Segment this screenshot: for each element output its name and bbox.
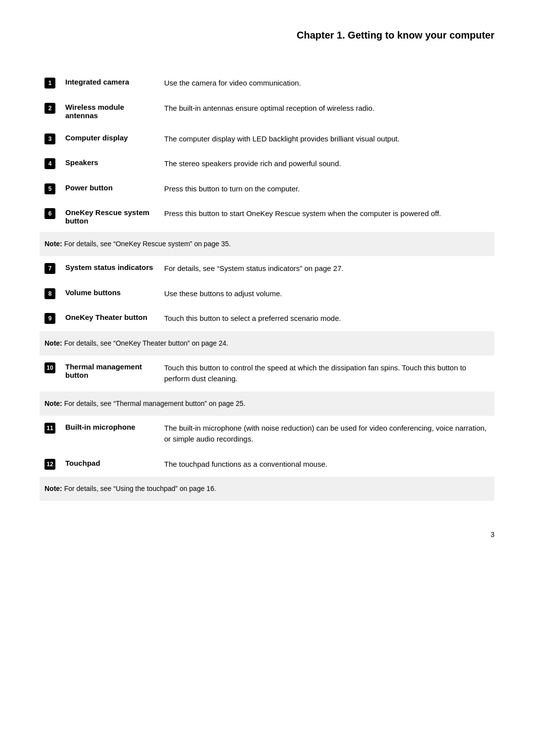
note-row: Note: For details, see “Using the touchp… <box>40 477 494 501</box>
term-cell: System status indicators <box>60 256 159 281</box>
badge-cell: 7 <box>40 256 60 281</box>
table-row: 7System status indicatorsFor details, se… <box>40 256 494 281</box>
table-row: 8Volume buttonsUse these buttons to adju… <box>40 281 494 307</box>
badge-cell: 10 <box>40 356 60 392</box>
badge-cell: 4 <box>40 151 60 177</box>
badge-cell: 6 <box>40 201 60 232</box>
item-number-badge: 12 <box>44 459 55 470</box>
table-row: 9OneKey Theater buttonTouch this button … <box>40 306 494 331</box>
page-header: Chapter 1. Getting to know your computer <box>40 30 494 41</box>
badge-cell: 1 <box>40 71 60 96</box>
note-cell: Note: For details, see “Using the touchp… <box>40 477 494 501</box>
badge-cell: 5 <box>40 177 60 202</box>
chapter-title: Chapter 1. Getting to know your computer <box>40 30 494 41</box>
description-cell: The built-in microphone (with noise redu… <box>159 416 494 452</box>
description-cell: For details, see “System status indicato… <box>159 256 494 281</box>
item-number-badge: 11 <box>44 423 55 434</box>
note-row: Note: For details, see “Thermal manageme… <box>40 392 494 416</box>
content-table: 1Integrated cameraUse the camera for vid… <box>40 71 494 501</box>
description-cell: The built-in antennas ensure optimal rec… <box>159 96 494 127</box>
description-cell: Use the camera for video communication. <box>159 71 494 96</box>
item-number-badge: 4 <box>44 158 55 169</box>
table-row: 11Built-in microphoneThe built-in microp… <box>40 416 494 452</box>
description-cell: Touch this button to select a preferred … <box>159 306 494 331</box>
description-cell: The computer display with LED backlight … <box>159 127 494 152</box>
term-cell: OneKey Theater button <box>60 306 159 331</box>
item-number-badge: 1 <box>44 78 55 89</box>
table-row: 6OneKey Rescue system buttonPress this b… <box>40 201 494 232</box>
page-number: 3 <box>40 531 494 538</box>
item-number-badge: 2 <box>44 103 55 114</box>
description-cell: The stereo speakers provide rich and pow… <box>159 151 494 177</box>
description-cell: Use these buttons to adjust volume. <box>159 281 494 307</box>
badge-cell: 11 <box>40 416 60 452</box>
description-cell: Press this button to turn on the compute… <box>159 177 494 202</box>
item-number-badge: 3 <box>44 133 55 144</box>
table-row: 2Wireless module antennasThe built-in an… <box>40 96 494 127</box>
note-cell: Note: For details, see “OneKey Rescue sy… <box>40 232 494 256</box>
badge-cell: 2 <box>40 96 60 127</box>
note-row: Note: For details, see “OneKey Rescue sy… <box>40 232 494 256</box>
term-cell: Wireless module antennas <box>60 96 159 127</box>
badge-cell: 8 <box>40 281 60 307</box>
table-row: 3Computer displayThe computer display wi… <box>40 127 494 152</box>
note-cell: Note: For details, see “OneKey Theater b… <box>40 331 494 356</box>
table-row: 1Integrated cameraUse the camera for vid… <box>40 71 494 96</box>
badge-cell: 12 <box>40 452 60 477</box>
term-cell: OneKey Rescue system button <box>60 201 159 232</box>
table-row: 10Thermal management buttonTouch this bu… <box>40 356 494 392</box>
badge-cell: 3 <box>40 127 60 152</box>
description-cell: Press this button to start OneKey Rescue… <box>159 201 494 232</box>
term-cell: Speakers <box>60 151 159 177</box>
table-row: 5Power buttonPress this button to turn o… <box>40 177 494 202</box>
description-cell: The touchpad functions as a conventional… <box>159 452 494 477</box>
term-cell: Touchpad <box>60 452 159 477</box>
note-cell: Note: For details, see “Thermal manageme… <box>40 392 494 416</box>
table-row: 4SpeakersThe stereo speakers provide ric… <box>40 151 494 177</box>
term-cell: Thermal management button <box>60 356 159 392</box>
item-number-badge: 8 <box>44 288 55 299</box>
term-cell: Power button <box>60 177 159 202</box>
item-number-badge: 6 <box>44 208 55 219</box>
description-cell: Touch this button to control the speed a… <box>159 356 494 392</box>
item-number-badge: 7 <box>44 263 55 274</box>
term-cell: Built-in microphone <box>60 416 159 452</box>
table-row: 12TouchpadThe touchpad functions as a co… <box>40 452 494 477</box>
term-cell: Integrated camera <box>60 71 159 96</box>
term-cell: Computer display <box>60 127 159 152</box>
note-row: Note: For details, see “OneKey Theater b… <box>40 331 494 356</box>
item-number-badge: 5 <box>44 183 55 194</box>
term-cell: Volume buttons <box>60 281 159 307</box>
item-number-badge: 9 <box>44 313 55 324</box>
page-container: Chapter 1. Getting to know your computer… <box>40 30 494 538</box>
item-number-badge: 10 <box>44 362 55 373</box>
badge-cell: 9 <box>40 306 60 331</box>
